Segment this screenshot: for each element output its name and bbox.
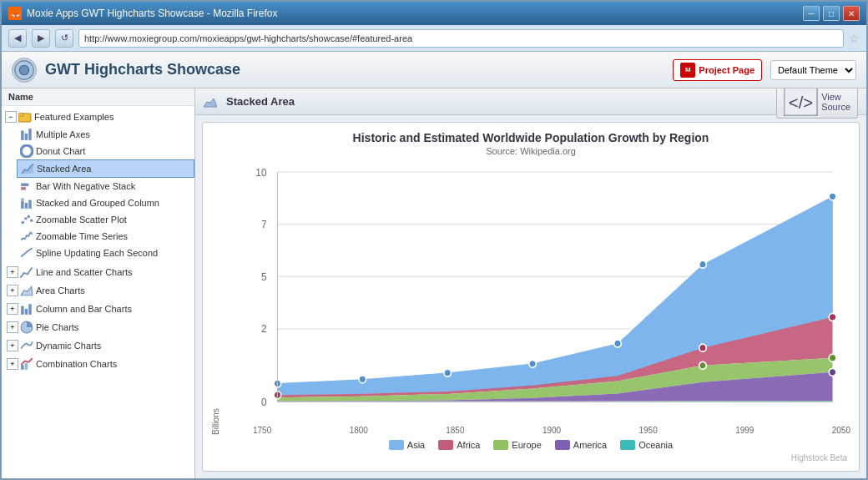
svg-text:10: 10 [255, 166, 266, 178]
y-axis-label: Billions [211, 163, 220, 435]
stacked-area-chart: 10 7 5 2 0 [224, 163, 850, 424]
tree-child-spline[interactable]: Spline Updating Each Second [17, 245, 194, 261]
svg-rect-6 [28, 129, 31, 140]
svg-rect-12 [21, 198, 23, 200]
legend-item-oceania: Oceania [620, 440, 673, 450]
svg-text:7: 7 [261, 219, 267, 230]
svg-point-20 [23, 272, 24, 274]
sidebar-item-column-bar[interactable]: + Column and Bar Charts [2, 300, 194, 318]
legend-swatch-europe [493, 440, 508, 450]
line-chart-icon [20, 265, 33, 279]
svg-rect-25 [25, 309, 28, 315]
folder-icon [18, 110, 32, 124]
chart-panel-header: Stacked Area </> View Source [195, 88, 866, 115]
sidebar-item-area[interactable]: + Area Charts [2, 281, 194, 300]
tree-child-donut-chart[interactable]: Donut Chart [17, 143, 194, 159]
expand-icon-comb[interactable]: + [7, 358, 18, 370]
moxie-logo-icon: M [680, 63, 695, 78]
theme-select[interactable]: Default Theme [770, 60, 856, 80]
svg-text:2: 2 [261, 323, 267, 335]
title-bar: 🦊 Moxie Apps GWT Highcharts Showcase - M… [2, 2, 866, 25]
asia-point-1999 [699, 260, 707, 268]
chart-panel-icon [204, 95, 217, 109]
chart-body: Billions 10 [211, 163, 850, 435]
africa-point-1999 [699, 344, 707, 351]
svg-rect-26 [28, 304, 31, 315]
europe-point-2050 [829, 354, 836, 361]
svg-rect-24 [21, 306, 23, 315]
svg-point-1 [19, 65, 28, 74]
chart-icon-5 [20, 213, 33, 226]
legend-item-america: America [555, 440, 607, 450]
tree-child-bar-negative[interactable]: Bar With Negative Stack [17, 178, 194, 195]
chart-plot: 10 7 5 2 0 [224, 163, 850, 435]
legend-label-africa: Africa [457, 440, 480, 450]
chart-subtitle: Source: Wikipedia.org [211, 146, 850, 156]
tree-child-stacked-grouped[interactable]: Stacked and Grouped Column [17, 195, 194, 211]
tree-child-stacked-area[interactable]: Stacked Area [17, 159, 194, 178]
back-button[interactable]: ◀ [8, 29, 27, 48]
legend-swatch-america [555, 440, 570, 450]
forward-button[interactable]: ▶ [32, 29, 50, 48]
svg-point-17 [28, 215, 30, 218]
main-layout: Name − Featured Examples [2, 88, 866, 478]
project-page-button[interactable]: M Project Page [673, 59, 762, 81]
legend-swatch-africa [438, 440, 453, 450]
x-axis-labels: 1750 1800 1850 1900 1950 1999 2050 [224, 424, 850, 435]
featured-examples-item[interactable]: − Featured Examples [2, 108, 194, 126]
svg-text:0: 0 [261, 396, 267, 407]
view-source-button[interactable]: </> View Source [776, 88, 858, 119]
sidebar-header: Name [2, 88, 194, 106]
featured-examples-group: − Featured Examples [2, 106, 194, 263]
window-controls: ─ □ ✕ [803, 6, 860, 21]
svg-rect-10 [21, 187, 26, 189]
firefox-icon: 🦊 [8, 7, 22, 20]
close-button[interactable]: ✕ [843, 6, 860, 21]
legend-label-asia: Asia [407, 440, 425, 450]
chart-icon-3 [20, 179, 33, 193]
sidebar-item-combination[interactable]: + Combination Charts [2, 355, 194, 373]
svg-marker-30 [204, 99, 217, 107]
chart-icon-4 [20, 196, 33, 210]
svg-rect-28 [21, 365, 23, 370]
bookmark-icon[interactable]: ☆ [849, 32, 860, 45]
sidebar-item-dynamic[interactable]: + Dynamic Charts [2, 336, 194, 355]
chart-area: Stacked Area </> View Source Historic an… [195, 88, 866, 478]
chart-legend: Asia Africa Europe America [211, 435, 850, 452]
legend-item-africa: Africa [438, 440, 480, 450]
minimize-button[interactable]: ─ [803, 6, 820, 21]
svg-rect-29 [25, 363, 28, 370]
expand-featured-icon[interactable]: − [5, 111, 17, 123]
chart-title: Historic and Estimated Worldwide Populat… [211, 131, 850, 144]
expand-icon-area[interactable]: + [7, 285, 18, 296]
sidebar-item-pie[interactable]: + Pie Charts [2, 318, 194, 336]
legend-swatch-oceania [620, 440, 635, 450]
expand-icon-col[interactable]: + [7, 303, 18, 315]
asia-point-1850 [444, 369, 452, 376]
tree-child-scatter[interactable]: Zoomable Scatter Plot [17, 211, 194, 228]
africa-point-2050 [829, 313, 836, 321]
expand-icon[interactable]: + [7, 266, 18, 278]
expand-icon-pie[interactable]: + [7, 321, 18, 333]
tree-child-multiple-axes[interactable]: Multiple Axes [17, 126, 194, 143]
svg-text:</>: </> [789, 93, 813, 112]
app-title: GWT Highcharts Showcase [45, 61, 664, 78]
address-bar: ◀ ▶ ↺ http://www.moxiegroup.com/moxieapp… [2, 25, 866, 52]
svg-rect-14 [28, 200, 31, 209]
asia-point-2050 [829, 193, 836, 200]
maximize-button[interactable]: □ [823, 6, 840, 21]
svg-point-7 [21, 145, 33, 157]
refresh-button[interactable]: ↺ [55, 29, 73, 48]
svg-rect-9 [21, 184, 28, 186]
chart-svg: 10 7 5 2 0 [224, 163, 850, 424]
svg-point-21 [27, 273, 28, 275]
combination-chart-icon [20, 357, 33, 371]
url-bar[interactable]: http://www.moxiegroup.com/moxieapps/gwt-… [78, 29, 844, 48]
legend-label-oceania: Oceania [638, 440, 673, 450]
sidebar-item-line-scatter[interactable]: + Line and Scatter Charts [2, 263, 194, 281]
asia-point-1800 [359, 376, 366, 383]
featured-examples-label: Featured Examples [34, 112, 114, 122]
expand-icon-dyn[interactable]: + [7, 340, 18, 351]
tree-child-time-series[interactable]: Zoomable Time Series [17, 228, 194, 245]
svg-rect-3 [18, 114, 23, 116]
